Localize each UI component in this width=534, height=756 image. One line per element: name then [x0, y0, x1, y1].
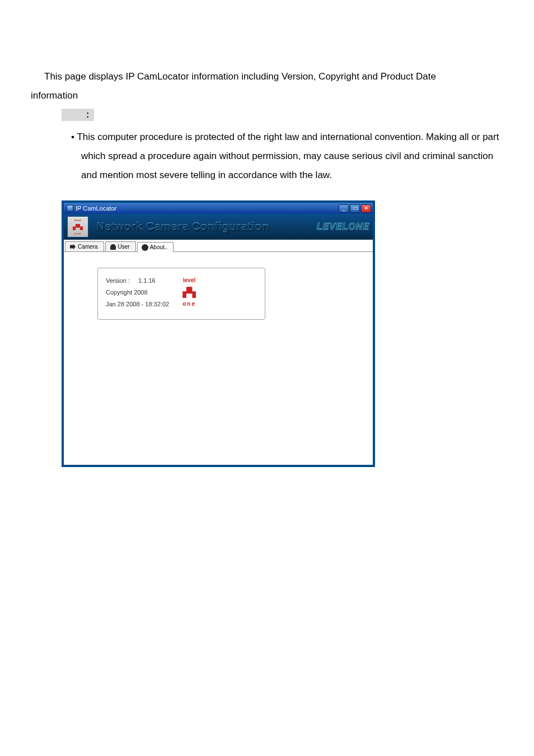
app-window: IP CamLocator _ ▭ ✕ level one Network Ca…	[62, 200, 375, 467]
intro-line-1: This page displays IP CamLocator informa…	[31, 67, 503, 86]
minimize-button[interactable]: _	[339, 204, 349, 213]
tab-camera[interactable]: Camera	[65, 241, 104, 251]
card-logo-top: level	[183, 275, 195, 286]
about-card: Version : 1.1.16 Copyright 2008 Jan 28 2…	[97, 268, 265, 320]
tab-user[interactable]: User	[105, 241, 136, 251]
version-label: Version :	[106, 277, 130, 284]
gear-icon	[142, 245, 148, 250]
brand-label: LEVELONE	[302, 218, 369, 236]
maximize-button[interactable]: ▭	[350, 204, 360, 213]
content-area: Version : 1.1.16 Copyright 2008 Jan 28 2…	[64, 252, 373, 465]
logo-icon: level one	[67, 216, 88, 237]
tab-about[interactable]: About..	[137, 242, 174, 252]
version-row: Version : 1.1.16	[106, 275, 169, 287]
close-button[interactable]: ✕	[361, 204, 371, 213]
bullet-line-1: This computer procedure is protected of …	[71, 128, 503, 147]
copyright-text: Copyright 2008	[106, 287, 169, 298]
tab-about-label: About..	[150, 242, 168, 253]
window-title: IP CamLocator	[76, 202, 116, 214]
camera-icon	[70, 244, 76, 250]
build-datetime: Jan 28 2008 - 18:32:02	[106, 298, 169, 310]
bullet-line-3: and mention most severe telling in accor…	[71, 166, 503, 185]
version-value: 1.1.16	[138, 277, 156, 284]
user-icon	[110, 244, 116, 250]
card-logo-bottom: one	[182, 298, 196, 310]
note-heading: :	[62, 109, 94, 121]
tab-user-label: User	[118, 241, 130, 253]
intro-line-2: information	[31, 86, 503, 105]
card-logo-icon: level one	[182, 275, 196, 310]
window-titlebar: IP CamLocator _ ▭ ✕	[64, 203, 373, 214]
banner: level one Network Camera Configuration L…	[64, 214, 373, 240]
tab-camera-label: Camera	[78, 241, 98, 253]
note-bullet: This computer procedure is protected of …	[71, 128, 503, 185]
banner-title: Network Camera Configuration	[88, 216, 302, 238]
bullet-line-2: which spread a procedure again without p…	[71, 147, 503, 166]
tab-strip: Camera User About..	[64, 240, 373, 252]
app-icon	[67, 205, 73, 212]
